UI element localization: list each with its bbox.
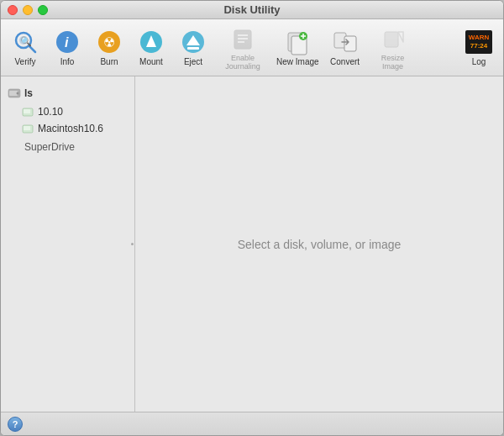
svg-rect-12	[187, 47, 199, 50]
detail-placeholder-text: Select a disk, volume, or image	[238, 238, 402, 251]
convert-label: Convert	[330, 57, 360, 66]
new-image-icon	[284, 29, 311, 55]
window-title: Disk Utility	[223, 3, 280, 16]
volume-icon-macintosh106	[21, 122, 34, 135]
disk-drive-icon	[8, 87, 21, 100]
sidebar: ls 10.10 Macintosh10.6	[1, 76, 135, 412]
main-content: ls 10.10 Macintosh10.6	[1, 76, 503, 412]
toolbar-enable-journaling[interactable]: Enable Journaling	[214, 22, 271, 74]
info-label: Info	[60, 57, 75, 66]
volume-icon-1010	[21, 105, 34, 118]
disk-ls-label: ls	[24, 87, 33, 99]
sidebar-drive-superdrive[interactable]: SuperDrive	[1, 137, 134, 157]
burn-icon: ☢	[96, 29, 123, 55]
resizer-dot	[131, 243, 134, 245]
superdrive-icon	[8, 140, 21, 154]
toolbar: 🔍 Verify i Info ☢ Burn	[1, 19, 503, 76]
svg-rect-13	[234, 30, 251, 49]
enable-journaling-label: Enable Journaling	[219, 54, 266, 71]
bottom-bar: ?	[1, 412, 503, 435]
svg-point-27	[17, 92, 19, 95]
verify-label: Verify	[14, 57, 35, 66]
burn-label: Burn	[100, 57, 118, 66]
sidebar-disk-ls[interactable]: ls	[1, 83, 134, 103]
minimize-button[interactable]	[23, 5, 33, 15]
toolbar-new-image[interactable]: New Image	[271, 25, 324, 70]
enable-journaling-icon	[229, 25, 256, 52]
close-button[interactable]	[8, 5, 18, 15]
info-icon: i	[54, 29, 81, 55]
eject-label: Eject	[184, 57, 202, 66]
main-window: Disk Utility 🔍 Verify i	[0, 0, 504, 436]
toolbar-mount[interactable]: Mount	[130, 25, 172, 70]
sidebar-volume-macintosh106[interactable]: Macintosh10.6	[1, 120, 134, 137]
detail-pane: Select a disk, volume, or image	[135, 76, 503, 412]
convert-icon	[332, 29, 359, 55]
verify-icon: 🔍	[12, 29, 39, 55]
toolbar-resize-image[interactable]: Resize Image	[366, 22, 420, 74]
titlebar: Disk Utility	[1, 1, 503, 19]
svg-line-1	[29, 46, 36, 53]
toolbar-verify[interactable]: 🔍 Verify	[4, 25, 46, 70]
traffic-lights	[8, 5, 48, 15]
log-badge: WARN 77:24	[465, 30, 492, 54]
resize-image-icon	[380, 25, 407, 52]
toolbar-log[interactable]: WARN 77:24 Log	[458, 25, 500, 70]
svg-text:i: i	[65, 35, 69, 50]
superdrive-label: SuperDrive	[24, 141, 75, 153]
mount-label: Mount	[139, 57, 163, 66]
new-image-label: New Image	[276, 57, 319, 66]
help-button[interactable]: ?	[8, 417, 23, 432]
log-icon: WARN 77:24	[465, 29, 492, 55]
mount-icon	[138, 29, 165, 55]
volume-macintosh106-label: Macintosh10.6	[38, 123, 103, 134]
maximize-button[interactable]	[38, 5, 48, 15]
resize-image-label: Resize Image	[371, 54, 415, 71]
svg-rect-29	[24, 109, 30, 113]
eject-icon	[180, 29, 207, 55]
sidebar-resizer[interactable]	[129, 236, 134, 253]
help-label: ?	[13, 419, 18, 429]
toolbar-info[interactable]: i Info	[46, 25, 88, 70]
svg-text:☢: ☢	[103, 35, 115, 50]
toolbar-eject[interactable]: Eject	[172, 25, 214, 70]
svg-text:🔍: 🔍	[20, 35, 32, 47]
sidebar-volume-1010[interactable]: 10.10	[1, 103, 134, 120]
toolbar-convert[interactable]: Convert	[324, 25, 366, 70]
svg-rect-24	[385, 32, 398, 47]
toolbar-burn[interactable]: ☢ Burn	[88, 25, 130, 70]
svg-rect-31	[24, 126, 30, 130]
volume-1010-label: 10.10	[38, 106, 63, 118]
log-label: Log	[472, 57, 486, 66]
